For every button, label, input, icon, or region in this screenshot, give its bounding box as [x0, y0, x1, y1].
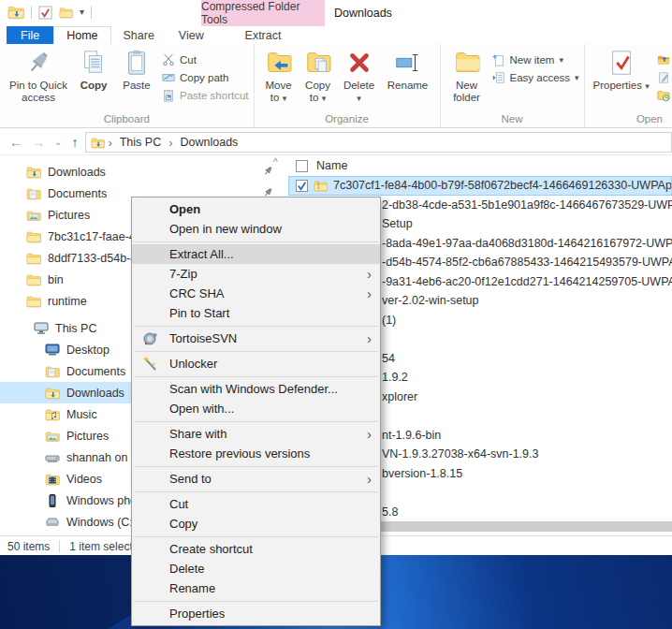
properties-icon	[607, 49, 635, 77]
menu-item-scan-with-windows-defender[interactable]: Scan with Windows Defender...	[132, 379, 380, 399]
address-bar: ← → ⌄ ↑ › This PC › Downloads	[0, 130, 672, 155]
folder-icon	[26, 295, 41, 308]
recent-locations-caret-icon[interactable]: ⌄	[54, 138, 62, 147]
menu-item-tortoisesvn[interactable]: TortoiseSVN ›	[132, 329, 380, 348]
sidebar-scroll-up-icon[interactable]: ^	[273, 157, 278, 168]
menu-separator	[134, 421, 378, 422]
ribbon-group-organize: Move to ▾ Copy to ▾ Delete ▾	[255, 44, 441, 127]
row-checkbox-checked[interactable]	[296, 180, 308, 192]
menu-separator	[134, 376, 378, 377]
downloads-folder-icon	[45, 387, 60, 400]
new-folder-icon	[453, 49, 481, 77]
window-folder-icon	[7, 5, 24, 20]
videos-folder-icon	[45, 473, 60, 486]
pictures-folder-icon	[26, 209, 41, 222]
menu-item-7-zip[interactable]: 7-Zip›	[132, 264, 380, 284]
folder-icon	[26, 252, 41, 265]
menu-item-copy[interactable]: Copy	[132, 514, 380, 534]
qat-checkbox-icon[interactable]	[38, 6, 52, 20]
breadcrumb-downloads[interactable]: Downloads	[176, 136, 243, 149]
sidebar-item-downloads-quick[interactable]: Downloads	[0, 161, 285, 183]
folder-icon	[26, 273, 41, 286]
open-icon	[657, 53, 670, 66]
properties-button[interactable]: Properties ▾	[590, 47, 653, 94]
menu-item-delete[interactable]: Delete	[132, 559, 380, 578]
documents-folder-icon	[26, 187, 41, 200]
menu-item-pin-to-start[interactable]: Pin to Start	[132, 303, 380, 323]
new-folder-button[interactable]: New folder	[446, 47, 489, 106]
context-menu: Open Open in new window Extract All... 7…	[131, 197, 381, 626]
qat-folder-icon[interactable]	[59, 7, 73, 19]
pictures-folder-icon	[45, 430, 60, 443]
dropdown-caret-icon: ▾	[322, 94, 327, 103]
ribbon-group-open: Properties ▾ Open ▾ Edit	[585, 44, 672, 127]
edit-button[interactable]: Edit	[657, 71, 672, 84]
up-arrow-icon[interactable]: ↑	[71, 136, 78, 149]
qat-customize-caret-icon[interactable]: ▾	[80, 7, 84, 17]
group-label-organize: Organize	[255, 111, 440, 127]
menu-item-cut[interactable]: Cut	[132, 494, 380, 514]
copy-path-button[interactable]: Copy path	[162, 71, 249, 84]
copy-to-button[interactable]: Copy to ▾	[299, 47, 338, 106]
paste-button[interactable]: Paste	[115, 47, 158, 94]
paste-icon	[123, 49, 151, 77]
menu-item-properties[interactable]: Properties	[132, 604, 380, 623]
menu-item-open[interactable]: Open	[132, 199, 380, 219]
dropdown-caret-icon: ▾	[645, 81, 650, 91]
copy-button[interactable]: Copy	[72, 47, 115, 94]
group-label-new: New	[441, 111, 584, 127]
submenu-arrow-icon: ›	[367, 285, 372, 300]
status-divider	[59, 540, 60, 552]
back-arrow-icon[interactable]: ←	[9, 136, 22, 149]
group-label-clipboard: Clipboard	[0, 111, 254, 127]
breadcrumb-this-pc[interactable]: This PC	[115, 136, 166, 149]
menu-item-crc-sha[interactable]: CRC SHA›	[132, 284, 380, 303]
submenu-arrow-icon: ›	[367, 425, 372, 441]
column-header-name[interactable]: Name	[288, 155, 672, 176]
menu-item-send-to[interactable]: Send to›	[132, 469, 380, 489]
easy-access-icon	[492, 71, 505, 84]
menu-item-open-in-new-window[interactable]: Open in new window	[132, 219, 380, 239]
menu-item-open-with[interactable]: Open with...	[132, 399, 380, 418]
tab-home[interactable]: Home	[53, 26, 110, 44]
menu-item-share-with[interactable]: Share with›	[132, 424, 380, 444]
ribbon-group-new: New folder New item ▾ Easy acce	[441, 44, 585, 127]
rename-button[interactable]: Rename	[381, 47, 435, 94]
cut-button[interactable]: Cut	[162, 53, 249, 66]
crumb-separator-icon: ›	[168, 136, 172, 150]
move-to-button[interactable]: Move to ▾	[259, 47, 299, 106]
tab-extract[interactable]: Extract	[201, 26, 325, 44]
menu-item-rename[interactable]: Rename	[132, 578, 380, 598]
pin-to-quick-access-button[interactable]: Pin to Quick access	[5, 47, 72, 106]
downloads-folder-icon	[26, 166, 41, 179]
edit-icon	[657, 71, 670, 84]
paste-shortcut-icon	[162, 89, 175, 102]
history-icon	[657, 89, 670, 102]
dropdown-caret-icon: ▾	[559, 55, 563, 65]
menu-separator	[134, 241, 378, 242]
file-row-selected[interactable]: 7c307cf1-fe84-4b00-b79f-58f0672becf4-146…	[288, 176, 672, 196]
forward-arrow-icon[interactable]: →	[32, 136, 45, 149]
delete-button[interactable]: Delete ▾	[338, 47, 381, 106]
select-all-checkbox[interactable]	[296, 160, 308, 172]
menu-separator	[134, 351, 378, 352]
menu-item-unlocker[interactable]: Unlocker	[132, 354, 380, 373]
open-button[interactable]: Open ▾	[657, 53, 672, 66]
location-folder-icon	[91, 137, 105, 149]
history-button[interactable]: History	[657, 89, 672, 102]
menu-separator	[134, 491, 378, 492]
hard-drive-icon	[45, 516, 60, 529]
tab-share[interactable]: Share	[111, 26, 167, 44]
menu-item-extract-all[interactable]: Extract All...	[132, 244, 380, 264]
qat-divider	[91, 6, 92, 19]
new-item-button[interactable]: New item ▾	[492, 53, 579, 66]
paste-shortcut-button[interactable]: Paste shortcut	[162, 89, 249, 102]
menu-item-restore-previous-versions[interactable]: Restore previous versions	[132, 444, 380, 463]
delete-x-icon	[345, 49, 373, 77]
tab-file[interactable]: File	[7, 26, 53, 44]
menu-item-create-shortcut[interactable]: Create shortcut	[132, 539, 380, 559]
easy-access-button[interactable]: Easy access ▾	[492, 71, 579, 84]
breadcrumb[interactable]: › This PC › Downloads	[85, 132, 672, 153]
submenu-arrow-icon: ›	[367, 329, 372, 345]
computer-icon	[34, 322, 49, 335]
